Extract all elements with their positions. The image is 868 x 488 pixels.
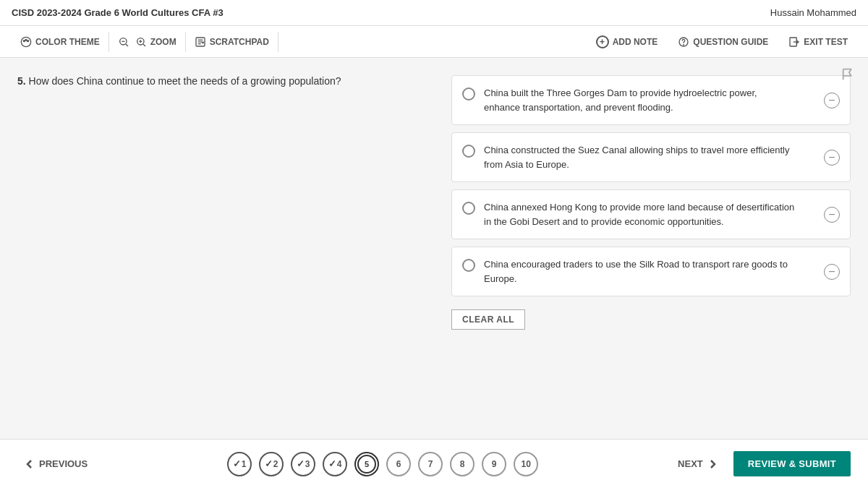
answer-option-c[interactable]: China annexed Hong Kong to provide more … (451, 189, 851, 239)
scratchpad-icon (195, 36, 206, 48)
eliminate-d-button[interactable]: − (824, 264, 840, 280)
eliminate-a-button[interactable]: − (824, 93, 840, 108)
answer-c-text: China annexed Hong Kong to provide more … (484, 200, 795, 228)
main-content: 5. How does China continue to meet the n… (0, 58, 868, 437)
flag-icon (841, 67, 856, 82)
color-theme-button[interactable]: COLOR THEME (12, 32, 109, 52)
answer-c-left: China annexed Hong Kong to provide more … (462, 200, 795, 228)
clear-all-button[interactable]: CLEAR ALL (451, 309, 525, 330)
svg-point-16 (684, 44, 684, 45)
radio-d[interactable] (462, 259, 475, 272)
radio-a[interactable] (462, 87, 475, 100)
answer-option-a[interactable]: China built the Three Gorges Dam to prov… (451, 75, 851, 125)
answer-d-text: China encouraged traders to use the Silk… (484, 257, 795, 286)
svg-point-2 (25, 39, 27, 40)
zoom-out-button[interactable] (109, 32, 132, 52)
toolbar-right: + ADD NOTE QUESTION GUIDE EXIT TEST (587, 31, 856, 53)
radio-c[interactable] (462, 202, 475, 215)
answer-b-left: China constructed the Suez Canal allowin… (462, 143, 795, 171)
question-body: How does China continue to meet the need… (29, 75, 341, 87)
zoom-in-icon (135, 36, 147, 48)
scratchpad-label: SCRATCHPAD (210, 37, 269, 47)
add-note-label: ADD NOTE (613, 37, 658, 47)
zoom-in-button[interactable]: ZOOM (132, 32, 186, 52)
svg-line-8 (143, 44, 145, 46)
question-text: 5. How does China continue to meet the n… (17, 75, 451, 87)
question-guide-label: QUESTION GUIDE (693, 37, 768, 47)
top-bar: CISD 2023-2024 Grade 6 World Cultures CF… (0, 0, 868, 26)
question-number: 5. (17, 75, 26, 87)
exit-icon (788, 36, 800, 48)
scratchpad-button[interactable]: SCRATCHPAD (186, 32, 278, 52)
answers-container: China built the Three Gorges Dam to prov… (451, 75, 851, 330)
flag-button[interactable] (841, 67, 856, 85)
svg-point-1 (23, 40, 25, 41)
eliminate-c-button[interactable]: − (824, 207, 840, 223)
answer-option-b[interactable]: China constructed the Suez Canal allowin… (451, 132, 851, 182)
add-note-icon: + (596, 35, 609, 48)
svg-point-3 (27, 40, 29, 41)
zoom-label: ZOOM (150, 37, 176, 47)
answer-a-text: China built the Three Gorges Dam to prov… (484, 86, 795, 114)
user-name: Hussain Mohammed (770, 7, 856, 18)
answer-d-left: China encouraged traders to use the Silk… (462, 257, 795, 286)
answer-b-text: China constructed the Suez Canal allowin… (484, 143, 795, 171)
exit-test-button[interactable]: EXIT TEST (780, 32, 856, 52)
toolbar-left: COLOR THEME ZOOM (12, 32, 278, 52)
exit-test-label: EXIT TEST (804, 37, 848, 47)
add-note-button[interactable]: + ADD NOTE (587, 31, 667, 53)
eliminate-b-button[interactable]: − (824, 150, 840, 166)
answer-option-d[interactable]: China encouraged traders to use the Silk… (451, 247, 851, 296)
zoom-out-icon (118, 36, 129, 48)
question-guide-icon (678, 36, 689, 48)
color-theme-label: COLOR THEME (35, 37, 100, 47)
palette-icon (20, 36, 32, 48)
svg-point-0 (21, 37, 30, 46)
page-title: CISD 2023-2024 Grade 6 World Cultures CF… (12, 7, 224, 18)
svg-line-5 (126, 44, 128, 46)
answer-a-left: China built the Three Gorges Dam to prov… (462, 86, 795, 114)
radio-b[interactable] (462, 145, 475, 158)
question-guide-button[interactable]: QUESTION GUIDE (669, 32, 777, 52)
toolbar: COLOR THEME ZOOM (0, 26, 868, 58)
